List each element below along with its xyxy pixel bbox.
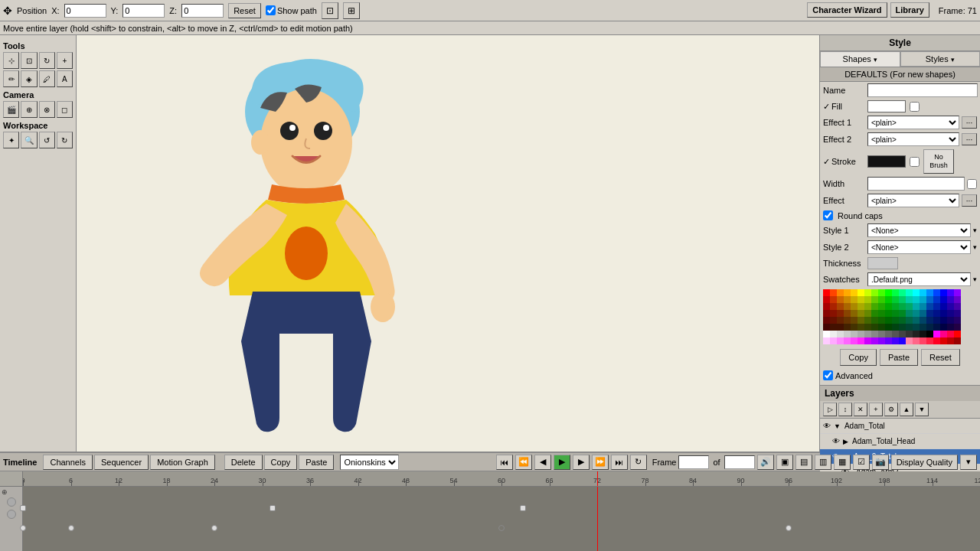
color-swatch[interactable] [837,324,844,331]
onionskins-select[interactable]: Onionskins [340,455,399,470]
color-swatch[interactable] [933,296,940,303]
color-swatch[interactable] [920,337,926,344]
color-swatch[interactable] [858,289,864,296]
camera-view-btn[interactable]: 📷 [872,455,889,470]
effect1-dots[interactable]: ··· [962,116,977,129]
color-swatch[interactable] [837,303,844,310]
color-swatch[interactable] [858,324,864,331]
color-swatch[interactable] [858,296,864,303]
color-swatch[interactable] [864,289,871,296]
color-swatch[interactable] [830,317,837,324]
loop-btn[interactable]: ↻ [630,455,647,470]
quality-dropdown[interactable]: ▾ [960,455,977,470]
color-swatch[interactable] [947,324,954,331]
next-frame-btn[interactable]: ▶ [573,455,590,470]
copy-style-button[interactable]: Copy [840,349,877,366]
keyframe-dot[interactable] [498,525,505,531]
color-swatch[interactable] [906,289,913,296]
view-btn-3[interactable]: ▥ [815,455,831,470]
color-swatch[interactable] [940,310,947,317]
color-swatch[interactable] [913,310,920,317]
color-swatch[interactable] [947,303,954,310]
color-swatch[interactable] [920,317,926,324]
color-swatch[interactable] [913,289,920,296]
view-btn-1[interactable]: ▣ [776,455,793,470]
draw-tool[interactable]: ✏ [3,70,19,87]
tab-styles[interactable]: Styles ▾ [900,51,981,67]
color-swatch[interactable] [844,289,851,296]
stroke-color-box[interactable] [867,155,906,168]
tab-motion-graph[interactable]: Motion Graph [150,455,215,470]
fit-icon[interactable]: ⊡ [322,2,338,19]
paint-tool[interactable]: 🖊 [39,70,55,87]
color-swatch[interactable] [954,331,961,337]
color-swatch[interactable] [920,296,926,303]
color-swatch[interactable] [864,324,871,331]
checkbox-btn[interactable]: ☑ [853,455,870,470]
color-swatch[interactable] [878,303,885,310]
style1-select[interactable]: <None> [867,223,971,237]
color-swatch[interactable] [892,296,899,303]
color-swatch[interactable] [954,337,961,344]
color-swatch[interactable] [878,337,885,344]
color-swatch[interactable] [858,303,864,310]
tab-shapes[interactable]: Shapes ▾ [820,51,900,67]
delete-button[interactable]: Delete [224,455,263,470]
layer-move-up-btn[interactable]: ▲ [900,403,913,416]
color-swatch[interactable] [892,289,899,296]
color-swatch[interactable] [892,324,899,331]
color-swatch[interactable] [899,317,906,324]
color-swatch[interactable] [871,310,878,317]
color-swatch[interactable] [926,296,933,303]
layer-arrow-icon[interactable]: ▼ [834,422,841,430]
color-swatch[interactable] [885,289,892,296]
color-swatch[interactable] [885,331,892,337]
layer-item[interactable]: 👁▶Adam_Total_Head [820,434,980,449]
layer-add-btn[interactable]: + [869,403,883,416]
color-swatch[interactable] [892,337,899,344]
color-swatch[interactable] [954,324,961,331]
color-swatch[interactable] [954,303,961,310]
color-swatch[interactable] [954,289,961,296]
color-swatch[interactable] [940,317,947,324]
color-swatch[interactable] [823,331,830,337]
color-swatch[interactable] [823,337,830,344]
color-swatch[interactable] [920,303,926,310]
tab-channels[interactable]: Channels [43,455,92,470]
color-swatch[interactable] [906,317,913,324]
color-swatch[interactable] [906,324,913,331]
color-swatch[interactable] [913,296,920,303]
layer-eye-icon[interactable]: 👁 [823,422,834,430]
color-swatch[interactable] [864,331,871,337]
color-swatch[interactable] [837,317,844,324]
rotate-tool[interactable]: ↻ [39,52,55,69]
copy-button[interactable]: Copy [264,455,298,470]
color-swatch[interactable] [933,303,940,310]
layer-eye-icon[interactable]: 👁 [832,437,843,445]
workspace-tool-1[interactable]: ✦ [3,132,19,148]
color-swatch[interactable] [858,331,864,337]
canvas-area[interactable] [77,35,819,452]
layer-expand-btn[interactable]: ▷ [823,403,837,416]
color-swatch[interactable] [851,289,858,296]
layer-collapse-btn[interactable]: ↕ [838,403,852,416]
color-swatch[interactable] [947,331,954,337]
advanced-checkbox[interactable] [823,370,833,380]
color-swatch[interactable] [899,303,906,310]
color-swatch[interactable] [837,331,844,337]
color-swatch[interactable] [878,324,885,331]
color-swatch[interactable] [913,317,920,324]
color-swatch[interactable] [926,337,933,344]
color-swatch[interactable] [864,337,871,344]
prev-frame-btn[interactable]: ◀ [534,455,551,470]
layer-settings-btn[interactable]: ⚙ [884,403,898,416]
color-swatch[interactable] [926,324,933,331]
keyframe-dot[interactable] [270,505,276,511]
color-swatch[interactable] [933,310,940,317]
y-input[interactable] [122,4,165,18]
color-swatch[interactable] [954,317,961,324]
show-path-checkbox[interactable] [266,5,276,15]
color-swatch[interactable] [823,296,830,303]
fill-checkbox[interactable] [910,102,920,112]
color-swatch[interactable] [913,324,920,331]
